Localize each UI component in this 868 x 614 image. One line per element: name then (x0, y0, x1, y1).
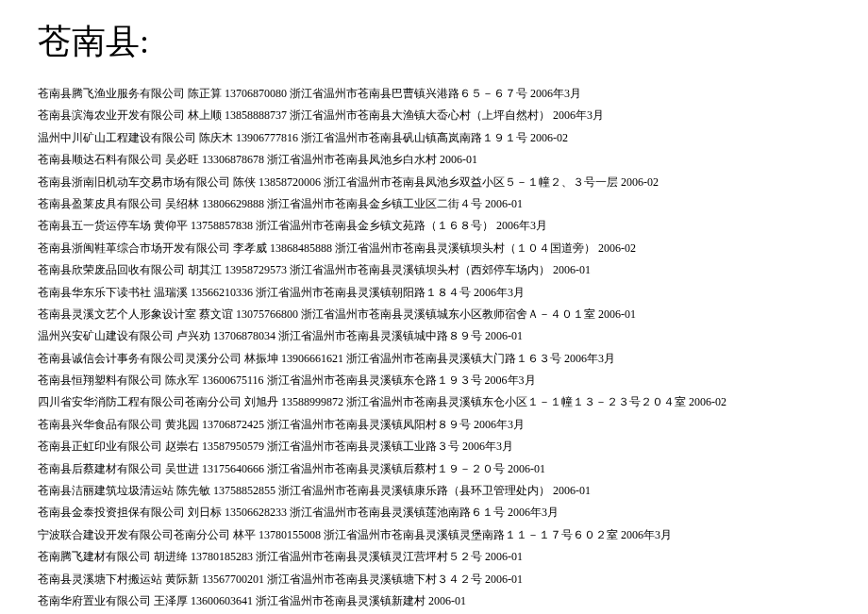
entry-row: 宁波联合建设开发有限公司苍南分公司 林平 13780155008 浙江省温州市苍… (38, 525, 830, 544)
entry-row: 温州中川矿山工程建设有限公司 陈庆木 13906777816 浙江省温州市苍南县… (38, 128, 830, 147)
entry-row: 苍南县后蔡建材有限公司 吴世进 13175640666 浙江省温州市苍南县灵溪镇… (38, 459, 830, 478)
entry-row: 苍南县欣荣废品回收有限公司 胡其江 13958729573 浙江省温州市苍南县灵… (38, 260, 830, 279)
entry-row: 苍南县正虹印业有限公司 赵崇右 13587950579 浙江省温州市苍南县灵溪镇… (38, 437, 830, 456)
entry-row: 苍南县浙南旧机动车交易市场有限公司 陈侠 13858720006 浙江省温州市苍… (38, 173, 830, 191)
entry-row: 苍南华府置业有限公司 王泽厚 13600603641 浙江省温州市苍南县灵溪镇新… (38, 591, 830, 610)
entry-row: 苍南县洁丽建筑垃圾清运站 陈先敏 13758852855 浙江省温州市苍南县灵溪… (38, 481, 830, 500)
entry-row: 苍南县灵溪塘下村搬运站 黄际新 13567700201 浙江省温州市苍南县灵溪镇… (38, 570, 830, 589)
entry-row: 苍南县兴华食品有限公司 黄兆园 13706872425 浙江省温州市苍南县灵溪镇… (38, 415, 830, 434)
entry-row: 苍南县腾飞渔业服务有限公司 陈正算 13706870080 浙江省温州市苍南县巴… (38, 84, 830, 103)
entry-row: 苍南腾飞建材有限公司 胡进绛 13780185283 浙江省温州市苍南县灵溪镇灵… (38, 547, 830, 566)
entry-row: 苍南县华东乐下读书社 温瑞溪 13566210336 浙江省温州市苍南县灵溪镇朝… (38, 283, 830, 302)
entry-row: 温州兴安矿山建设有限公司 卢兴劝 13706878034 浙江省温州市苍南县灵溪… (38, 326, 830, 345)
entry-row: 苍南县滨海农业开发有限公司 林上顺 13858888737 浙江省温州市苍南县大… (38, 106, 830, 124)
entry-row: 苍南县浙闽鞋革综合市场开发有限公司 李孝威 13868485888 浙江省温州市… (38, 239, 830, 257)
entry-row: 苍南县顺达石料有限公司 吴必旺 13306878678 浙江省温州市苍南县凤池乡… (38, 150, 830, 169)
entries-list: 苍南县腾飞渔业服务有限公司 陈正算 13706870080 浙江省温州市苍南县巴… (38, 84, 830, 614)
entry-row: 苍南县灵溪文艺个人形象设计室 蔡文谊 13075766800 浙江省温州市苍南县… (38, 305, 830, 324)
entry-row: 苍南县诚信会计事务有限公司灵溪分公司 林振坤 13906661621 浙江省温州… (38, 349, 830, 368)
entry-row: 苍南县恒翔塑料有限公司 陈永军 13600675116 浙江省温州市苍南县灵溪镇… (38, 371, 830, 390)
entry-row: 苍南县金泰投资担保有限公司 刘日标 13506628233 浙江省温州市苍南县灵… (38, 503, 830, 522)
entry-row: 四川省安华消防工程有限公司苍南分公司 刘旭丹 13588999872 浙江省温州… (38, 392, 830, 411)
entry-row: 苍南县五一货运停车场 黄仰平 13758857838 浙江省温州市苍南县金乡镇文… (38, 216, 830, 235)
page-title: 苍南县: (38, 19, 830, 65)
entry-row: 苍南县盈莱皮具有限公司 吴绍林 13806629888 浙江省温州市苍南县金乡镇… (38, 194, 830, 213)
